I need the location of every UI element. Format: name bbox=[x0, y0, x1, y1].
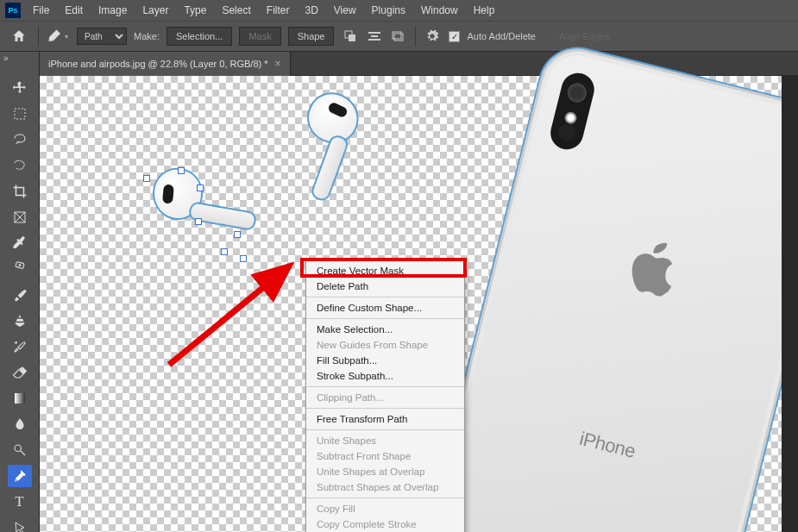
svg-line-13 bbox=[19, 264, 21, 266]
crop-tool[interactable] bbox=[8, 180, 32, 203]
eyedropper-tool[interactable] bbox=[8, 232, 32, 254]
annotation-arrow-icon bbox=[160, 257, 307, 373]
right-panel-dock bbox=[782, 76, 798, 532]
menu-plugins[interactable]: Plugins bbox=[365, 2, 412, 19]
auto-add-delete-checkbox[interactable]: ✓ bbox=[449, 31, 460, 42]
context-menu: Create Vector MaskDelete PathDefine Cust… bbox=[305, 260, 465, 532]
iphone-brand-text: iPhone bbox=[577, 428, 638, 463]
menu-type[interactable]: Type bbox=[177, 2, 213, 19]
svg-rect-14 bbox=[15, 393, 25, 404]
object-selection-tool[interactable] bbox=[8, 154, 32, 177]
tool-preset-picker[interactable]: ▾ bbox=[46, 28, 70, 45]
context-menu-item: Unite Shapes bbox=[306, 433, 464, 448]
app-menubar: Ps File Edit Image Layer Type Select Fil… bbox=[0, 0, 798, 21]
document-tab[interactable]: iPhone and airpods.jpg @ 22.8% (Layer 0,… bbox=[40, 52, 291, 76]
airpod-left bbox=[150, 166, 204, 222]
menu-edit[interactable]: Edit bbox=[58, 2, 90, 19]
svg-line-20 bbox=[169, 266, 290, 365]
make-mask-button[interactable]: Mask bbox=[239, 27, 280, 46]
iphone-camera-module bbox=[547, 70, 598, 153]
context-menu-item[interactable]: Delete Path bbox=[306, 279, 464, 294]
context-menu-item: Copy Complete Stroke bbox=[306, 516, 464, 532]
path-anchor[interactable] bbox=[195, 218, 202, 225]
pen-tool[interactable] bbox=[8, 465, 32, 487]
options-bar: ▾ Path Make: Selection... Mask Shape ✓ A… bbox=[0, 21, 798, 52]
path-mode-select[interactable]: Path bbox=[77, 28, 127, 45]
path-operations-icon[interactable] bbox=[341, 27, 360, 46]
svg-line-16 bbox=[20, 451, 24, 455]
menu-view[interactable]: View bbox=[327, 2, 363, 19]
path-anchor[interactable] bbox=[197, 185, 204, 191]
context-menu-item[interactable]: Make Selection... bbox=[306, 322, 464, 337]
make-shape-button[interactable]: Shape bbox=[288, 27, 335, 46]
svg-rect-1 bbox=[349, 34, 355, 41]
path-arrangement-icon[interactable] bbox=[389, 27, 408, 46]
dodge-tool[interactable] bbox=[8, 439, 32, 461]
make-label: Make: bbox=[134, 31, 160, 41]
brush-tool[interactable] bbox=[8, 284, 32, 306]
svg-rect-7 bbox=[15, 109, 25, 119]
align-edges-label: Align Edges bbox=[559, 31, 610, 41]
menu-3d[interactable]: 3D bbox=[298, 2, 324, 19]
menu-window[interactable]: Window bbox=[414, 2, 465, 19]
context-menu-item: New Guides From Shape bbox=[306, 337, 464, 353]
context-menu-item[interactable]: Free Transform Path bbox=[306, 411, 464, 427]
path-selection-tool[interactable] bbox=[8, 516, 32, 532]
home-button[interactable] bbox=[7, 26, 31, 47]
path-anchor[interactable] bbox=[221, 248, 228, 255]
close-tab-icon[interactable]: × bbox=[275, 58, 281, 70]
tool-panel: » T bbox=[0, 52, 40, 532]
context-menu-item[interactable]: Create Vector Mask bbox=[306, 263, 464, 279]
move-tool[interactable] bbox=[8, 77, 32, 99]
context-menu-item: Unite Shapes at Overlap bbox=[306, 464, 464, 479]
canvas-area[interactable]: iPhone Create Vector MaskDelete PathDefi… bbox=[40, 76, 782, 532]
context-menu-item[interactable]: Stroke Subpath... bbox=[306, 368, 464, 384]
svg-rect-3 bbox=[371, 35, 378, 37]
context-menu-item: Subtract Front Shape bbox=[306, 448, 464, 464]
eraser-tool[interactable] bbox=[8, 361, 32, 384]
menu-file[interactable]: File bbox=[26, 2, 56, 19]
blur-tool[interactable] bbox=[8, 413, 32, 435]
svg-point-15 bbox=[15, 445, 22, 452]
type-tool[interactable]: T bbox=[8, 491, 32, 513]
collapse-panel-icon[interactable]: » bbox=[0, 52, 39, 65]
context-menu-item: Subtract Shapes at Overlap bbox=[306, 479, 464, 495]
apple-logo-icon bbox=[619, 230, 686, 304]
frame-tool[interactable] bbox=[8, 206, 32, 228]
menu-select[interactable]: Select bbox=[215, 2, 257, 19]
marquee-tool[interactable] bbox=[8, 103, 32, 125]
menu-filter[interactable]: Filter bbox=[260, 2, 297, 19]
app-logo: Ps bbox=[5, 3, 21, 18]
history-brush-tool[interactable] bbox=[8, 335, 32, 358]
svg-rect-2 bbox=[368, 32, 380, 34]
menu-help[interactable]: Help bbox=[467, 2, 502, 19]
make-selection-button[interactable]: Selection... bbox=[167, 27, 232, 46]
svg-rect-4 bbox=[368, 39, 380, 41]
gear-icon[interactable] bbox=[423, 27, 442, 46]
path-anchor[interactable] bbox=[143, 175, 150, 182]
path-alignment-icon[interactable] bbox=[365, 27, 384, 46]
path-anchor[interactable] bbox=[178, 167, 185, 174]
gradient-tool[interactable] bbox=[8, 387, 32, 410]
context-menu-item: Copy Fill bbox=[306, 501, 464, 516]
menu-layer[interactable]: Layer bbox=[135, 2, 175, 19]
auto-add-delete-label: Auto Add/Delete bbox=[467, 31, 536, 41]
airpod-right bbox=[299, 84, 368, 152]
path-anchor[interactable] bbox=[234, 231, 241, 238]
lasso-tool[interactable] bbox=[8, 128, 32, 151]
context-menu-item[interactable]: Define Custom Shape... bbox=[306, 300, 464, 316]
healing-brush-tool[interactable] bbox=[8, 258, 32, 280]
menu-image[interactable]: Image bbox=[91, 2, 134, 19]
tab-title: iPhone and airpods.jpg @ 22.8% (Layer 0,… bbox=[48, 59, 268, 69]
context-menu-item: Clipping Path... bbox=[306, 390, 464, 405]
clone-stamp-tool[interactable] bbox=[8, 310, 32, 332]
path-anchor[interactable] bbox=[240, 255, 247, 262]
context-menu-item[interactable]: Fill Subpath... bbox=[306, 353, 464, 368]
